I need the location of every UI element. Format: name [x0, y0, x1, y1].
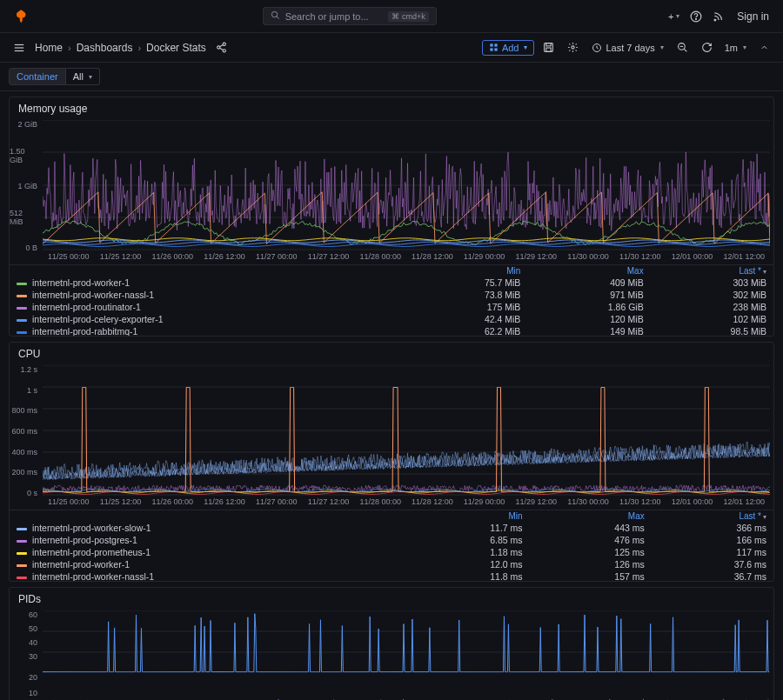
- search-placeholder: Search or jump to...: [285, 11, 369, 22]
- grafana-logo-icon[interactable]: [14, 9, 30, 24]
- svg-line-1: [277, 17, 279, 19]
- memory-x-axis: 11/25 00:0011/25 12:0011/26 00:0011/26 1…: [43, 250, 770, 264]
- pids-y-axis-upper: 60504030: [10, 610, 41, 661]
- legend-row[interactable]: internetnl-prod-postgres-16.85 ms476 ms1…: [10, 534, 773, 546]
- memory-plot[interactable]: [43, 120, 770, 250]
- panel-pids: PIDs 60504030 20100 11/25 00:0011/25 12:…: [9, 587, 774, 700]
- legend-row[interactable]: internetnl-prod-worker-nassl-173.8 MiB97…: [10, 289, 773, 301]
- refresh-interval-picker[interactable]: 1m▾: [721, 41, 750, 55]
- col-min[interactable]: Min: [407, 510, 529, 522]
- pids-plot-lower[interactable]: [43, 673, 770, 700]
- add-menu-icon[interactable]: +▾: [662, 5, 685, 28]
- cpu-x-axis: 11/25 00:0011/25 12:0011/26 00:0011/26 1…: [43, 496, 770, 510]
- pids-plot-upper[interactable]: [43, 610, 770, 673]
- news-icon[interactable]: [707, 5, 730, 28]
- svg-rect-18: [546, 43, 551, 46]
- variable-row: Container All▾: [0, 63, 783, 91]
- search-icon: [271, 10, 280, 22]
- cpu-y-axis: 1.2 s1 s800 ms600 ms400 ms200 ms0 s: [10, 365, 41, 497]
- svg-rect-19: [546, 48, 551, 51]
- svg-rect-13: [490, 43, 492, 46]
- panel-title[interactable]: Memory usage: [10, 97, 773, 120]
- svg-rect-16: [494, 48, 497, 50]
- col-last[interactable]: Last *▾: [652, 510, 773, 522]
- svg-rect-14: [494, 43, 497, 46]
- add-panel-label: Add: [502, 43, 519, 53]
- panel-title[interactable]: PIDs: [10, 588, 773, 610]
- legend-row[interactable]: internetnl-prod-worker-175.7 MiB409 MiB3…: [10, 277, 773, 289]
- global-search-input[interactable]: Search or jump to... ⌘ cmd+k: [263, 7, 437, 25]
- legend-row[interactable]: internetnl-prod-celery-exporter-142.4 Mi…: [10, 313, 773, 325]
- dashboard-save-icon[interactable]: [538, 37, 559, 58]
- breadcrumb-current[interactable]: Docker Stats: [146, 42, 206, 54]
- time-range-label: Last 7 days: [606, 43, 654, 53]
- menu-toggle-icon[interactable]: [9, 37, 30, 58]
- svg-point-4: [714, 19, 716, 21]
- zoom-out-icon[interactable]: [673, 37, 693, 58]
- col-max[interactable]: Max: [530, 510, 652, 522]
- col-min[interactable]: Min: [405, 265, 527, 277]
- svg-point-10: [223, 50, 225, 52]
- legend-row[interactable]: internetnl-prod-worker-nassl-111.8 ms157…: [10, 570, 773, 581]
- sign-in-link[interactable]: Sign in: [730, 10, 776, 23]
- svg-line-23: [684, 49, 686, 51]
- col-last[interactable]: Last *▾: [651, 265, 773, 277]
- legend-row[interactable]: internetnl-prod-rabbitmq-162.2 MiB149 Mi…: [10, 325, 773, 336]
- share-icon[interactable]: [211, 37, 232, 58]
- svg-line-12: [220, 48, 224, 50]
- cpu-legend: Min Max Last *▾ internetnl-prod-worker-s…: [10, 510, 773, 581]
- search-kbd-hint: ⌘ cmd+k: [388, 11, 428, 22]
- add-panel-button[interactable]: Add ▾: [482, 40, 535, 56]
- memory-legend: Min Max Last *▾ internetnl-prod-worker-1…: [10, 264, 773, 336]
- pids-y-axis-lower: 20100: [10, 673, 41, 700]
- dashboard-settings-icon[interactable]: [562, 37, 583, 58]
- breadcrumb-sep: ›: [68, 43, 71, 53]
- kiosk-toggle-icon[interactable]: [753, 37, 774, 58]
- variable-name: Container: [9, 68, 66, 85]
- top-nav: Search or jump to... ⌘ cmd+k +▾ Sign in: [0, 0, 783, 33]
- legend-row[interactable]: internetnl-prod-prometheus-11.18 ms125 m…: [10, 546, 773, 558]
- svg-point-8: [223, 43, 225, 45]
- breadcrumb-sep: ›: [137, 43, 141, 53]
- col-max[interactable]: Max: [527, 265, 650, 277]
- memory-y-axis: 2 GiB1.50 GiB1 GiB512 MiB0 B: [10, 120, 41, 252]
- svg-point-0: [271, 11, 277, 17]
- legend-row[interactable]: internetnl-prod-worker-112.0 ms126 ms37.…: [10, 558, 773, 570]
- legend-row[interactable]: internetnl-prod-routinator-1175 MiB1.86 …: [10, 301, 773, 313]
- time-range-picker[interactable]: Last 7 days ▾: [586, 41, 668, 55]
- breadcrumb-home[interactable]: Home: [35, 42, 63, 54]
- panel-memory: Memory usage 2 GiB1.50 GiB1 GiB512 MiB0 …: [9, 97, 774, 337]
- breadcrumb-bar: Home › Dashboards › Docker Stats Add ▾ L…: [0, 33, 783, 63]
- svg-line-11: [220, 45, 224, 47]
- breadcrumb-dashboards[interactable]: Dashboards: [77, 42, 133, 54]
- variable-value: All: [73, 71, 84, 82]
- refresh-interval-label: 1m: [725, 43, 738, 53]
- svg-point-20: [572, 46, 574, 49]
- legend-row[interactable]: internetnl-prod-worker-slow-111.7 ms443 …: [10, 522, 773, 534]
- panel-title[interactable]: CPU: [10, 343, 773, 365]
- svg-rect-15: [490, 48, 492, 50]
- svg-point-3: [696, 18, 697, 19]
- cpu-plot[interactable]: [43, 365, 770, 496]
- refresh-icon[interactable]: [697, 37, 718, 58]
- svg-point-9: [218, 46, 220, 49]
- variable-value-picker[interactable]: All▾: [66, 68, 100, 85]
- help-icon[interactable]: [685, 5, 707, 28]
- panel-cpu: CPU 1.2 s1 s800 ms600 ms400 ms200 ms0 s …: [9, 342, 774, 582]
